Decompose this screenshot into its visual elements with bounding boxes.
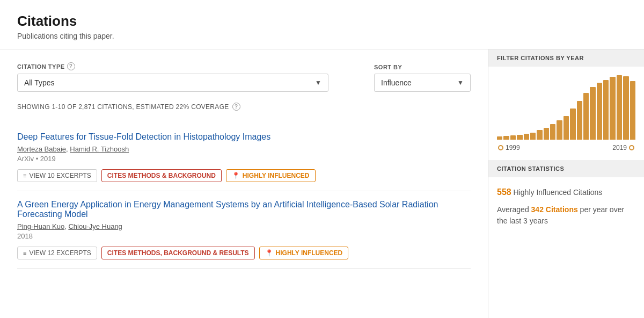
chart-bar[interactable]: [610, 77, 615, 140]
filter-by-year-header: FILTER CITATIONS BY YEAR: [488, 49, 644, 67]
cites-methods-button[interactable]: CITES METHODS, BACKGROUND & RESULTS: [101, 247, 255, 259]
citation-title[interactable]: A Green Energy Application in Energy Man…: [17, 200, 471, 219]
chart-bar[interactable]: [630, 81, 635, 140]
chart-bar[interactable]: [550, 124, 555, 140]
page-wrapper: Citations Publications citing this paper…: [0, 0, 644, 318]
excerpt-icon: ≡: [23, 172, 26, 179]
citation-card: Deep Features for Tissue-Fold Detection …: [17, 124, 471, 191]
top-header: Citations Publications citing this paper…: [0, 0, 644, 49]
averaged-citations-stat: Averaged 342 Citations per year over the…: [497, 204, 635, 227]
view-excerpts-button[interactable]: ≡ VIEW 12 EXCERPTS: [17, 247, 97, 259]
highly-influenced-button[interactable]: 📍 HIGHLY INFLUENCED: [259, 247, 349, 259]
citation-type-help-icon[interactable]: ?: [67, 62, 75, 70]
citation-card: A Green Energy Application in Energy Man…: [17, 191, 471, 269]
page-title: Citations: [17, 13, 627, 30]
chart-bar[interactable]: [557, 120, 562, 140]
chart-bar[interactable]: [617, 75, 622, 140]
author-link[interactable]: Chiou-Jye Huang: [68, 222, 122, 230]
chevron-down-icon: ▼: [315, 79, 321, 86]
sort-by-group: SORT BY Influence ▼: [374, 64, 471, 92]
highly-influenced-count: 558: [497, 187, 511, 197]
sort-by-select[interactable]: Influence ▼: [374, 74, 471, 92]
averaged-label: Averaged: [497, 205, 531, 214]
chart-bar[interactable]: [544, 128, 549, 140]
chart-bar[interactable]: [510, 135, 516, 140]
chart-bar[interactable]: [590, 87, 595, 140]
right-panel: FILTER CITATIONS BY YEAR 1999 2019 CITAT…: [488, 49, 644, 318]
cites-methods-button[interactable]: CITES METHODS & BACKGROUND: [101, 169, 222, 182]
bar-chart: [497, 75, 635, 140]
year-start-dot: [498, 145, 503, 150]
citation-authors: Ping-Huan Kuo, Chiou-Jye Huang: [17, 222, 471, 230]
page-subtitle: Publications citing this paper.: [17, 32, 627, 40]
chart-year-start: 1999: [498, 144, 520, 151]
chart-bar[interactable]: [517, 135, 522, 140]
citation-stats-header: CITATION STATISTICS: [488, 160, 644, 177]
chart-bar[interactable]: [603, 80, 609, 140]
tags-row: ≡ VIEW 10 EXCERPTS CITES METHODS & BACKG…: [17, 169, 471, 182]
sort-chevron-down-icon: ▼: [457, 79, 464, 86]
chart-bar[interactable]: [497, 136, 502, 140]
chart-bar[interactable]: [623, 76, 628, 140]
chart-bar[interactable]: [597, 83, 602, 140]
year-end-dot: [629, 145, 634, 150]
chart-bar[interactable]: [570, 109, 575, 140]
chart-bar[interactable]: [583, 93, 589, 140]
filter-row: CITATION TYPE ? All Types ▼ SORT BY Infl…: [17, 62, 471, 92]
chart-bar[interactable]: [503, 136, 509, 140]
main-content: CITATION TYPE ? All Types ▼ SORT BY Infl…: [0, 49, 644, 318]
citations-list: Deep Features for Tissue-Fold Detection …: [17, 124, 471, 269]
stats-container: 558 Highly Influenced Citations Averaged…: [488, 177, 644, 241]
highly-influenced-button[interactable]: 📍 HIGHLY INFLUENCED: [226, 169, 316, 182]
sort-by-label: SORT BY: [374, 64, 471, 70]
citation-type-group: CITATION TYPE ? All Types ▼: [17, 62, 357, 92]
excerpt-icon: ≡: [23, 250, 26, 256]
results-info: SHOWING 1-10 OF 2,871 CITATIONS, ESTIMAT…: [17, 103, 471, 111]
author-link[interactable]: Hamid R. Tizhoosh: [70, 145, 129, 153]
citation-meta: ArXiv • 2019: [17, 155, 471, 163]
chart-bar[interactable]: [577, 101, 582, 140]
pin-icon: 📍: [265, 249, 273, 257]
citation-meta: 2018: [17, 232, 471, 240]
chart-bar[interactable]: [537, 130, 542, 140]
author-link[interactable]: Ping-Huan Kuo: [17, 222, 64, 230]
chart-bar[interactable]: [530, 133, 536, 140]
author-link[interactable]: Morteza Babaie: [17, 145, 66, 153]
citation-type-select[interactable]: All Types ▼: [17, 74, 328, 92]
left-panel: CITATION TYPE ? All Types ▼ SORT BY Infl…: [0, 49, 488, 318]
pin-icon: 📍: [232, 172, 240, 179]
citation-authors: Morteza Babaie, Hamid R. Tizhoosh: [17, 145, 471, 153]
citation-title[interactable]: Deep Features for Tissue-Fold Detection …: [17, 132, 471, 142]
chart-bar[interactable]: [564, 116, 569, 140]
results-help-icon[interactable]: ?: [232, 103, 240, 111]
citation-type-label: CITATION TYPE ?: [17, 62, 357, 70]
highly-influenced-stat: 558 Highly Influenced Citations: [497, 186, 635, 199]
chart-bar[interactable]: [524, 134, 529, 140]
tags-row: ≡ VIEW 12 EXCERPTS CITES METHODS, BACKGR…: [17, 247, 471, 259]
chart-labels: 1999 2019: [497, 144, 635, 151]
view-excerpts-button[interactable]: ≡ VIEW 10 EXCERPTS: [17, 169, 97, 182]
chart-container: 1999 2019: [488, 67, 644, 160]
chart-year-end: 2019: [612, 144, 634, 151]
averaged-count: 342 Citations: [531, 205, 578, 214]
